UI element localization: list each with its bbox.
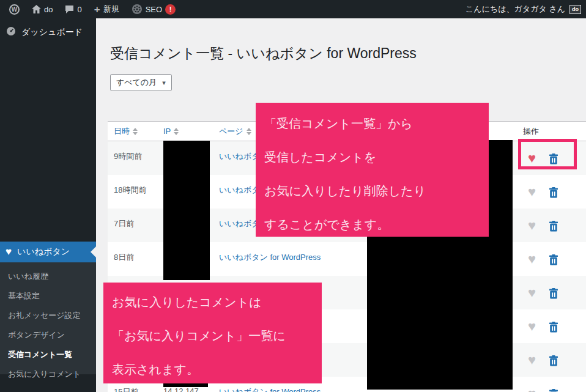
annotation-note-favorites: お気に入りしたコメントは「お気に入りコメント」一覧に表示されます。 bbox=[103, 283, 322, 383]
actions-header: 操作 bbox=[517, 126, 586, 137]
sort-arrows-icon bbox=[133, 128, 138, 135]
sidebar-subitem-4[interactable]: 受信コメント一覧 bbox=[0, 345, 96, 364]
delete-button-trash-icon[interactable] bbox=[549, 389, 558, 392]
annotation-line: 「受信コメント一覧」から bbox=[264, 107, 489, 141]
redaction-box-center bbox=[367, 235, 513, 390]
sidebar-subitem-2[interactable]: お礼メッセージ設定 bbox=[0, 306, 96, 325]
annotation-line: お気に入りしたり削除したり bbox=[264, 174, 489, 208]
cell-actions: ♥ bbox=[517, 242, 586, 276]
sort-by-ip[interactable]: IP bbox=[163, 127, 179, 136]
page-link[interactable]: いいねボタン for WordPress bbox=[219, 253, 321, 262]
sidebar-item-like-button[interactable]: ♥ いいねボタン bbox=[0, 242, 96, 262]
comment-bubble-icon bbox=[65, 5, 74, 13]
dashboard-icon bbox=[6, 26, 16, 38]
sidebar-item-dashboard[interactable]: ダッシュボード bbox=[0, 18, 96, 38]
like-button-submenu: いいね履歴基本設定お礼メッセージ設定ボタンデザイン受信コメント一覧お気に入りコメ… bbox=[0, 262, 96, 374]
delete-button-trash-icon[interactable] bbox=[549, 355, 558, 366]
sort-arrows-icon bbox=[247, 128, 251, 135]
delete-button-trash-icon[interactable] bbox=[549, 288, 558, 299]
sidebar-subitem-0[interactable]: いいね履歴 bbox=[0, 267, 96, 286]
cell-actions: ♥ bbox=[517, 209, 586, 242]
cell-actions: ♥ bbox=[517, 309, 586, 343]
favorite-button-heart-icon[interactable]: ♥ bbox=[528, 387, 536, 392]
wordpress-admin-page: W do 0 + 新規 bbox=[0, 0, 586, 392]
annotation-line: することができます。 bbox=[264, 208, 489, 242]
annotation-line: お気に入りしたコメントは bbox=[112, 286, 322, 319]
sort-by-date[interactable]: 日時 bbox=[114, 126, 138, 137]
admin-sidebar: ダッシュボード ♥ いいねボタン いいね履歴基本設定お礼メッセージ設定ボタンデザ… bbox=[0, 18, 96, 392]
sort-arrows-icon bbox=[174, 128, 179, 135]
delete-button-trash-icon[interactable] bbox=[549, 322, 558, 333]
greeting-text: こんにちは、ガタガタ さん bbox=[465, 4, 565, 15]
heart-icon: ♥ bbox=[6, 246, 12, 258]
site-name: do bbox=[44, 5, 53, 14]
cell-date: 9時間前 bbox=[108, 141, 163, 175]
cell-date: 8日前 bbox=[108, 242, 163, 276]
site-link[interactable]: do bbox=[28, 0, 57, 18]
delete-button-trash-icon[interactable] bbox=[549, 221, 558, 232]
sidebar-subitem-3[interactable]: ボタンデザイン bbox=[0, 325, 96, 345]
seo-alert-badge: ! bbox=[165, 4, 176, 15]
annotation-line: 受信したコメントを bbox=[264, 141, 489, 174]
annotation-note-receive-list: 「受信コメント一覧」から受信したコメントをお気に入りしたり削除したりすることがで… bbox=[256, 103, 489, 237]
annotation-highlight-actions bbox=[518, 139, 577, 169]
cell-date: 7日前 bbox=[108, 209, 163, 242]
delete-button-trash-icon[interactable] bbox=[549, 254, 558, 265]
seo-label: SEO bbox=[146, 5, 162, 14]
favorite-button-heart-icon[interactable]: ♥ bbox=[528, 253, 536, 266]
favorite-button-heart-icon[interactable]: ♥ bbox=[528, 185, 536, 199]
cell-actions: ♥ bbox=[517, 175, 586, 209]
wordpress-menu[interactable]: W bbox=[5, 0, 24, 18]
favorite-button-heart-icon[interactable]: ♥ bbox=[528, 219, 536, 232]
seo-gear-icon bbox=[132, 4, 143, 15]
sort-by-page[interactable]: ページ bbox=[219, 126, 251, 137]
cell-actions: ♥ bbox=[517, 377, 586, 392]
new-label: 新規 bbox=[103, 4, 119, 15]
like-button-label: いいねボタン bbox=[17, 246, 70, 257]
seo-menu[interactable]: SEO ! bbox=[127, 0, 180, 18]
new-content-button[interactable]: + 新規 bbox=[90, 0, 124, 18]
sidebar-subitem-1[interactable]: 基本設定 bbox=[0, 286, 96, 306]
home-icon bbox=[32, 5, 41, 13]
month-filter-dropdown[interactable]: すべての月 ▾ bbox=[110, 74, 172, 91]
sidebar-subitem-5[interactable]: お気に入りコメント bbox=[0, 364, 96, 384]
annotation-line: 「お気に入りコメント」一覧に bbox=[112, 319, 322, 353]
month-filter-value: すべての月 bbox=[116, 77, 157, 88]
avatar[interactable]: do bbox=[569, 5, 581, 14]
comment-count: 0 bbox=[77, 5, 81, 14]
active-menu-arrow bbox=[91, 246, 96, 257]
cell-actions: ♥ bbox=[517, 276, 586, 309]
page-link[interactable]: いいねボタン for WordPress bbox=[219, 387, 321, 392]
redaction-box-ip-column bbox=[163, 141, 210, 280]
delete-button-trash-icon[interactable] bbox=[549, 187, 558, 198]
annotation-line: 表示されます。 bbox=[112, 353, 322, 386]
chevron-down-icon: ▾ bbox=[162, 79, 166, 87]
favorite-button-heart-icon[interactable]: ♥ bbox=[528, 353, 536, 367]
cell-actions: ♥ bbox=[517, 343, 586, 377]
cell-date: 18時間前 bbox=[108, 175, 163, 209]
favorite-button-heart-icon[interactable]: ♥ bbox=[528, 286, 536, 300]
favorite-button-heart-icon[interactable]: ♥ bbox=[528, 320, 536, 333]
page-title: 受信コメント一覧 - いいねボタン for WordPress bbox=[110, 44, 417, 63]
redaction-box-right-strip bbox=[488, 140, 513, 238]
wordpress-logo-icon: W bbox=[9, 4, 20, 15]
plus-icon: + bbox=[94, 4, 100, 15]
comments-shortcut[interactable]: 0 bbox=[61, 0, 86, 18]
admin-bar: W do 0 + 新規 bbox=[0, 0, 586, 18]
dashboard-label: ダッシュボード bbox=[21, 27, 83, 38]
